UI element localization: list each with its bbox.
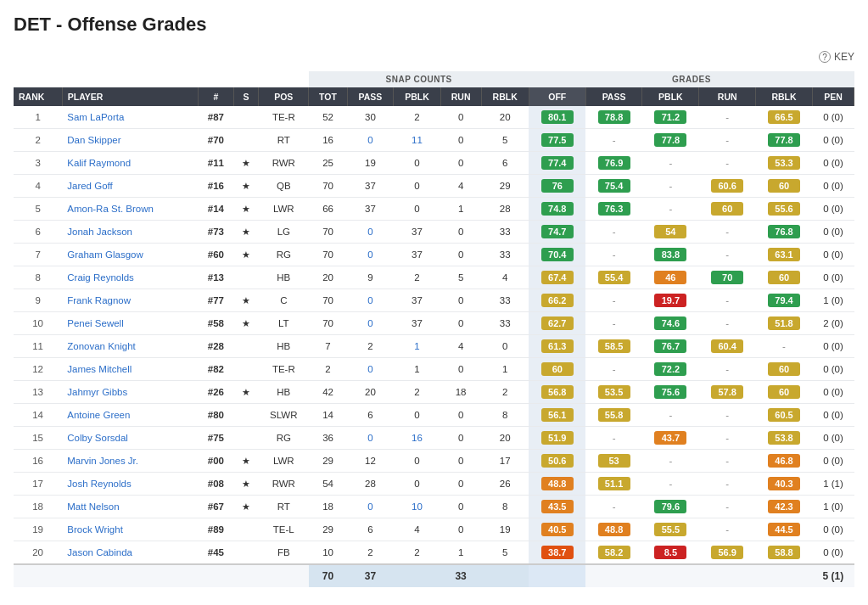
cell-g-pass: 76.3 <box>585 198 642 221</box>
table-row: 8 Craig Reynolds #13 HB 20 9 2 5 4 67.4 … <box>14 266 854 289</box>
cell-rank: 12 <box>14 358 62 381</box>
cell-player-name[interactable]: Zonovan Knight <box>62 335 198 358</box>
cell-player-name[interactable]: Jason Cabinda <box>62 541 198 565</box>
cell-number: #73 <box>199 221 234 244</box>
col-off: OFF <box>529 87 585 106</box>
cell-pos: RG <box>259 244 309 266</box>
cell-g-run: - <box>699 106 756 129</box>
cell-player-name[interactable]: Matt Nelson <box>62 496 198 518</box>
cell-g-pblk: 83.8 <box>642 244 699 266</box>
cell-g-rblk: 40.3 <box>756 473 813 496</box>
key-button[interactable]: ? KEY <box>819 51 854 63</box>
cell-player-name[interactable]: Graham Glasgow <box>62 244 198 266</box>
cell-player-name[interactable]: Jahmyr Gibbs <box>62 381 198 404</box>
cell-pblk: 1 <box>394 358 441 381</box>
cell-g-pass: - <box>585 496 642 518</box>
cell-pass: 12 <box>347 450 394 473</box>
cell-off: 61.3 <box>529 335 585 358</box>
cell-pass: 0 <box>347 244 394 266</box>
cell-g-run: 60.4 <box>699 335 756 358</box>
cell-pblk: 0 <box>394 450 441 473</box>
cell-run: 4 <box>440 175 481 198</box>
col-g-pblk: PBLK <box>642 87 699 106</box>
cell-player-name[interactable]: Marvin Jones Jr. <box>62 450 198 473</box>
cell-g-rblk: 60 <box>756 266 813 289</box>
cell-player-name[interactable]: Jared Goff <box>62 175 198 198</box>
cell-player-name[interactable]: Brock Wright <box>62 518 198 541</box>
cell-pos: HB <box>259 335 309 358</box>
cell-g-pass: 75.4 <box>585 175 642 198</box>
cell-g-pen: 0 (0) <box>812 221 854 244</box>
cell-run: 0 <box>440 473 481 496</box>
cell-pblk: 0 <box>394 198 441 221</box>
cell-g-pblk: 79.6 <box>642 496 699 518</box>
cell-g-pblk: 76.7 <box>642 335 699 358</box>
cell-player-name[interactable]: Kalif Raymond <box>62 152 198 175</box>
cell-g-run: 60.6 <box>699 175 756 198</box>
col-g-pass: PASS <box>585 87 642 106</box>
cell-g-rblk: 60 <box>756 175 813 198</box>
cell-g-run: - <box>699 221 756 244</box>
cell-g-rblk: 63.1 <box>756 244 813 266</box>
cell-tot: 20 <box>309 266 347 289</box>
cell-star: ★ <box>233 381 258 404</box>
cell-g-run: - <box>699 518 756 541</box>
grades-header: GRADES <box>529 71 854 87</box>
cell-run: 0 <box>440 129 481 152</box>
cell-star <box>233 129 258 152</box>
cell-number: #82 <box>199 358 234 381</box>
cell-player-name[interactable]: Sam LaPorta <box>62 106 198 129</box>
cell-g-pen: 0 (0) <box>812 129 854 152</box>
cell-g-pblk: - <box>642 198 699 221</box>
footer-tot: 70 <box>309 564 347 587</box>
cell-star <box>233 266 258 289</box>
cell-player-name[interactable]: James Mitchell <box>62 358 198 381</box>
cell-g-pen: 1 (0) <box>812 496 854 518</box>
cell-player-name[interactable]: Dan Skipper <box>62 129 198 152</box>
cell-number: #16 <box>199 175 234 198</box>
cell-pass: 0 <box>347 289 394 312</box>
cell-pass: 0 <box>347 358 394 381</box>
cell-rank: 10 <box>14 312 62 335</box>
cell-g-pass: - <box>585 129 642 152</box>
cell-pblk: 10 <box>394 496 441 518</box>
cell-pos: RG <box>259 427 309 450</box>
cell-run: 18 <box>440 381 481 404</box>
col-number: # <box>199 87 234 106</box>
cell-rank: 1 <box>14 106 62 129</box>
cell-pos: HB <box>259 381 309 404</box>
cell-player-name[interactable]: Craig Reynolds <box>62 266 198 289</box>
cell-player-name[interactable]: Amon-Ra St. Brown <box>62 198 198 221</box>
cell-g-pen: 2 (0) <box>812 312 854 335</box>
cell-g-pblk: 8.5 <box>642 541 699 565</box>
cell-player-name[interactable]: Colby Sorsdal <box>62 427 198 450</box>
cell-rblk: 17 <box>481 450 529 473</box>
cell-rank: 9 <box>14 289 62 312</box>
cell-number: #11 <box>199 152 234 175</box>
cell-player-name[interactable]: Penei Sewell <box>62 312 198 335</box>
table-row: 11 Zonovan Knight #28 HB 7 2 1 4 0 61.3 … <box>14 335 854 358</box>
cell-player-name[interactable]: Jonah Jackson <box>62 221 198 244</box>
cell-pblk: 1 <box>394 335 441 358</box>
cell-g-rblk: 53.3 <box>756 152 813 175</box>
table-row: 4 Jared Goff #16 ★ QB 70 37 0 4 29 76 75… <box>14 175 854 198</box>
cell-number: #26 <box>199 381 234 404</box>
cell-run: 0 <box>440 450 481 473</box>
cell-off: 67.4 <box>529 266 585 289</box>
table-row: 19 Brock Wright #89 TE-L 29 6 4 0 19 40.… <box>14 518 854 541</box>
cell-player-name[interactable]: Antoine Green <box>62 404 198 427</box>
table-row: 2 Dan Skipper #70 RT 16 0 11 0 5 77.5 - … <box>14 129 854 152</box>
cell-g-pass: - <box>585 358 642 381</box>
col-rank: RANK <box>14 87 62 106</box>
cell-g-pen: 0 (0) <box>812 404 854 427</box>
cell-rblk: 2 <box>481 381 529 404</box>
cell-g-pass: 58.2 <box>585 541 642 565</box>
cell-pass: 0 <box>347 312 394 335</box>
cell-star <box>233 335 258 358</box>
cell-rblk: 19 <box>481 518 529 541</box>
cell-player-name[interactable]: Frank Ragnow <box>62 289 198 312</box>
cell-player-name[interactable]: Josh Reynolds <box>62 473 198 496</box>
cell-rblk: 33 <box>481 312 529 335</box>
cell-number: #00 <box>199 450 234 473</box>
cell-rblk: 6 <box>481 152 529 175</box>
